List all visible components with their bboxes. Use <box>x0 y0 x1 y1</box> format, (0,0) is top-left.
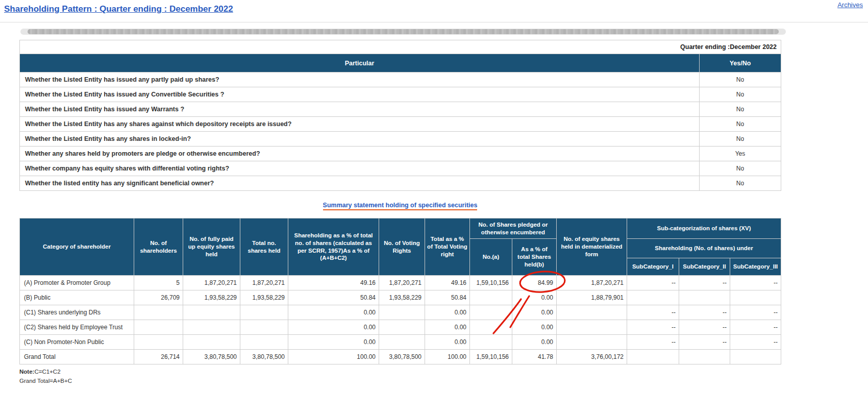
summary-cell <box>240 305 288 320</box>
summary-row: (C1) Shares underlying DRs 0.00 0.00 0.0… <box>20 305 781 320</box>
questions-table: Quarter ending :December 2022 Particular… <box>19 40 781 191</box>
summary-statement-link[interactable]: Summary statement holding of specified s… <box>323 202 478 210</box>
summary-cell <box>730 350 781 364</box>
summary-cell: -- <box>627 320 679 335</box>
summary-cell: 0.00 <box>288 305 379 320</box>
summary-cell: 3,76,00,172 <box>557 350 627 364</box>
summary-cell: 26,709 <box>134 290 183 305</box>
summary-row-grand-total: Grand Total 26,714 3,80,78,500 3,80,78,5… <box>20 350 781 364</box>
questions-header-row: Particular Yes/No <box>20 54 781 72</box>
summary-cell: 100.00 <box>425 350 470 364</box>
summary-cell <box>730 290 781 305</box>
page-title[interactable]: Shareholding Pattern : Quarter ending : … <box>0 0 233 14</box>
summary-cell-category: (C) Non Promoter-Non Public <box>20 335 134 350</box>
col-header-yesno: Yes/No <box>700 54 781 72</box>
question-row: Whether the Listed Entity has issued any… <box>20 72 781 87</box>
summary-cell: 0.00 <box>288 335 379 350</box>
archives-link[interactable]: Archives <box>837 1 863 9</box>
summary-cell-category: Grand Total <box>20 350 134 364</box>
question-text: Whether the Listed Entity has any shares… <box>20 132 700 147</box>
col-header-shareholding-pct: Shareholding as a % of total no. of shar… <box>288 218 379 276</box>
summary-cell: 0.00 <box>425 320 470 335</box>
col-header-subcat-group: Sub-categorization of shares (XV) <box>627 218 781 239</box>
question-answer: Yes <box>700 147 781 161</box>
col-header-pledged-group: No. of Shares pledged or otherwise encum… <box>470 218 557 239</box>
summary-cell: -- <box>679 305 730 320</box>
summary-cell: 0.00 <box>425 305 470 320</box>
summary-cell-category: (B) Public <box>20 290 134 305</box>
summary-cell: 1,93,58,229 <box>379 290 425 305</box>
col-header-shareholders: No. of shareholders <box>134 218 183 276</box>
summary-header-row-1: Category of shareholder No. of sharehold… <box>20 218 781 239</box>
summary-cell <box>379 320 425 335</box>
summary-cell: -- <box>627 335 679 350</box>
summary-cell: 0.00 <box>425 335 470 350</box>
note-text: C=C1+C2 <box>34 369 60 375</box>
summary-cell: 3,80,78,500 <box>240 350 288 364</box>
summary-cell <box>470 335 512 350</box>
horizontal-scrollbar-track[interactable] <box>20 29 786 35</box>
summary-cell <box>183 305 240 320</box>
quarter-ending-row: Quarter ending :December 2022 <box>20 40 781 54</box>
summary-cell: 1,93,58,229 <box>240 290 288 305</box>
question-row: Whether the Listed Entity has any shares… <box>20 117 781 132</box>
summary-cell: 1,87,20,271 <box>557 276 627 290</box>
summary-cell <box>557 335 627 350</box>
col-header-subcat-sub: Shareholding (No. of shares) under <box>627 239 781 258</box>
summary-cell: 100.00 <box>288 350 379 364</box>
summary-cell: -- <box>627 276 679 290</box>
note-line-1: Note:C=C1+C2 <box>19 368 781 377</box>
summary-cell <box>379 305 425 320</box>
summary-cell: 1,87,20,271 <box>240 276 288 290</box>
summary-cell-pledged-pct-promoter: 84.99 <box>512 276 557 290</box>
summary-row: (C) Non Promoter-Non Public 0.00 0.00 0.… <box>20 335 781 350</box>
summary-cell <box>134 335 183 350</box>
question-row: Whether the Listed Entity has issued any… <box>20 87 781 102</box>
summary-cell <box>679 350 730 364</box>
question-answer: No <box>700 161 781 176</box>
summary-cell: -- <box>679 276 730 290</box>
summary-cell: 5 <box>134 276 183 290</box>
summary-cell: 49.16 <box>288 276 379 290</box>
col-header-pledged-no: No.(a) <box>470 239 512 276</box>
question-answer: No <box>700 117 781 132</box>
summary-cell: 50.84 <box>288 290 379 305</box>
summary-cell: 1,88,79,901 <box>557 290 627 305</box>
question-row: Whether the listed entity has any signif… <box>20 176 781 191</box>
col-header-voting-rights: No. of Voting Rights <box>379 218 425 276</box>
col-header-subcat-2: SubCategory_II <box>679 258 730 276</box>
summary-cell <box>134 305 183 320</box>
summary-cell: -- <box>679 320 730 335</box>
summary-cell: 50.84 <box>425 290 470 305</box>
summary-cell <box>134 320 183 335</box>
summary-cell: -- <box>679 335 730 350</box>
col-header-pledged-pct: As a % of total Shares held(b) <box>512 239 557 276</box>
col-header-total-shares: Total no. shares held <box>240 218 288 276</box>
summary-table: Category of shareholder No. of sharehold… <box>19 218 781 364</box>
question-text: Whether the Listed Entity has issued any… <box>20 87 700 102</box>
summary-cell <box>470 320 512 335</box>
summary-cell <box>470 305 512 320</box>
question-text: Whether the listed entity has any signif… <box>20 176 700 191</box>
question-answer: No <box>700 176 781 191</box>
summary-cell <box>183 320 240 335</box>
summary-row: (A) Promoter & Promoter Group 5 1,87,20,… <box>20 276 781 290</box>
summary-cell <box>557 305 627 320</box>
question-row: Whether the Listed Entity has any shares… <box>20 132 781 147</box>
summary-cell: 1,59,10,156 <box>470 276 512 290</box>
summary-row: (C2) Shares held by Employee Trust 0.00 … <box>20 320 781 335</box>
horizontal-scrollbar-thumb[interactable] <box>28 29 779 34</box>
col-header-category: Category of shareholder <box>20 218 134 276</box>
summary-cell-category: (C2) Shares held by Employee Trust <box>20 320 134 335</box>
summary-row: (B) Public 26,709 1,93,58,229 1,93,58,22… <box>20 290 781 305</box>
col-header-fully-paid: No. of fully paid up equity shares held <box>183 218 240 276</box>
question-text: Whether the Listed Entity has issued any… <box>20 102 700 117</box>
summary-cell: 0.00 <box>288 320 379 335</box>
summary-cell <box>557 320 627 335</box>
col-header-demat: No. of equity shares held in demateriali… <box>557 218 627 276</box>
summary-cell: -- <box>730 305 781 320</box>
content-area: Quarter ending :December 2022 Particular… <box>19 40 781 386</box>
summary-cell <box>183 335 240 350</box>
summary-cell: -- <box>730 320 781 335</box>
summary-cell: -- <box>730 335 781 350</box>
